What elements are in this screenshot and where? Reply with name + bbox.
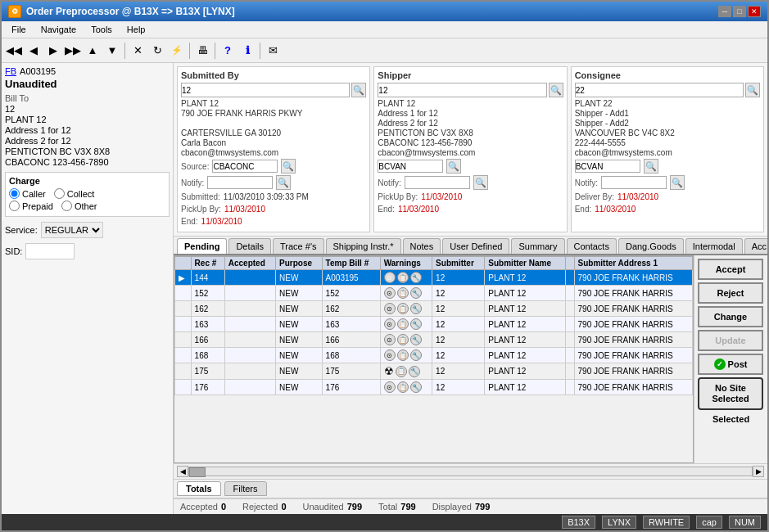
pickup-value: 11/03/2010 bbox=[224, 205, 265, 214]
h-scrollbar[interactable] bbox=[188, 467, 753, 476]
table-row[interactable]: 166NEW166⊙📋🔧12PLANT 12790 JOE FRANK HARR… bbox=[175, 332, 693, 348]
tab-contacts[interactable]: Contacts bbox=[567, 238, 617, 254]
menu-navigate[interactable]: Navigate bbox=[34, 23, 83, 36]
consignee-input[interactable] bbox=[575, 83, 744, 97]
extra-cell bbox=[566, 270, 574, 286]
shipper-search-button[interactable]: 🔍 bbox=[549, 83, 563, 97]
tab-dang-goods[interactable]: Dang.Goods bbox=[618, 238, 684, 254]
right-panel: Submitted By 🔍 PLANT 12 790 JOE FRANK HA… bbox=[174, 63, 767, 514]
bottom-tab-filters[interactable]: Filters bbox=[224, 481, 267, 496]
col-extra[interactable] bbox=[566, 257, 574, 270]
bottom-tab-totals[interactable]: Totals bbox=[177, 481, 221, 496]
sort-down-button[interactable]: ▼ bbox=[103, 42, 121, 60]
consignee-notify-search-button[interactable]: 🔍 bbox=[670, 175, 685, 190]
tab-shipping[interactable]: Shipping Instr.* bbox=[326, 238, 401, 254]
update-button[interactable]: Update bbox=[698, 330, 763, 351]
consignee-search-button[interactable]: 🔍 bbox=[745, 83, 760, 97]
caller-radio[interactable]: Caller bbox=[9, 188, 46, 199]
collect-radio[interactable]: Collect bbox=[54, 188, 95, 199]
fb-link[interactable]: FB bbox=[5, 66, 16, 76]
submitted-by-input[interactable] bbox=[181, 83, 350, 97]
tab-user-defined[interactable]: User Defined bbox=[442, 238, 509, 254]
change-button[interactable]: Change bbox=[698, 306, 763, 327]
consignee-source-search-button[interactable]: 🔍 bbox=[644, 159, 658, 174]
col-name[interactable]: Submitter Name bbox=[485, 257, 566, 270]
scroll-right-button[interactable]: ▶ bbox=[753, 466, 764, 477]
close-button[interactable]: ✕ bbox=[748, 6, 761, 17]
col-rec[interactable]: Rec # bbox=[191, 257, 224, 270]
col-warnings[interactable]: Warnings bbox=[380, 257, 432, 270]
prepaid-radio[interactable]: Prepaid bbox=[9, 201, 53, 211]
submitted-by-search-button[interactable]: 🔍 bbox=[351, 83, 366, 97]
tab-pending[interactable]: Pending bbox=[177, 238, 227, 255]
nav-first-button[interactable]: ◀◀ bbox=[5, 42, 23, 60]
no-site-box[interactable]: No SiteSelected bbox=[698, 377, 763, 410]
submitter-cell: 12 bbox=[432, 317, 485, 332]
col-temp-bill[interactable]: Temp Bill # bbox=[322, 257, 380, 270]
unaudited-status: Unaudited 799 bbox=[303, 502, 363, 512]
menu-tools[interactable]: Tools bbox=[84, 23, 119, 36]
col-address[interactable]: Submitter Address 1 bbox=[574, 257, 692, 270]
email-button[interactable]: ✉ bbox=[264, 42, 282, 60]
table-row[interactable]: 163NEW163⊙📋🔧12PLANT 12790 JOE FRANK HARR… bbox=[175, 317, 693, 332]
accepted-cell bbox=[224, 286, 275, 301]
table-row[interactable]: 162NEW162⊙📋🔧12PLANT 12790 JOE FRANK HARR… bbox=[175, 301, 693, 317]
info-button[interactable]: ℹ bbox=[238, 42, 256, 60]
warnings-cell: ⊙📋🔧 bbox=[380, 317, 432, 332]
col-accepted[interactable]: Accepted bbox=[224, 257, 275, 270]
source-input[interactable] bbox=[212, 160, 278, 173]
notify-search-button[interactable]: 🔍 bbox=[276, 175, 291, 190]
scroll-left-button[interactable]: ◀ bbox=[177, 466, 188, 477]
nav-next-button[interactable]: ▶ bbox=[44, 42, 62, 60]
nav-prev-button[interactable]: ◀ bbox=[25, 42, 43, 60]
table-row[interactable]: 168NEW168⊙📋🔧12PLANT 12790 JOE FRANK HARR… bbox=[175, 348, 693, 363]
print-button[interactable]: 🖶 bbox=[193, 42, 211, 60]
other-radio[interactable]: Other bbox=[61, 201, 97, 211]
table-row[interactable]: ▶144NEWA003195⊙📋🔧12PLANT 12790 JOE FRANK… bbox=[175, 270, 693, 286]
table-row[interactable]: 152NEW152⊙📋🔧12PLANT 12790 JOE FRANK HARR… bbox=[175, 286, 693, 301]
tab-intermodal[interactable]: Intermodal bbox=[685, 238, 743, 254]
delete-button[interactable]: ✕ bbox=[129, 42, 147, 60]
source-search-button[interactable]: 🔍 bbox=[281, 159, 296, 174]
displayed-label: Displayed bbox=[432, 502, 472, 512]
table-row[interactable]: 176NEW176⊙📋🔧12PLANT 12790 JOE FRANK HARR… bbox=[175, 380, 693, 395]
menu-help[interactable]: Help bbox=[120, 23, 152, 36]
sid-input[interactable] bbox=[25, 243, 75, 259]
tab-notes[interactable]: Notes bbox=[403, 238, 441, 254]
lightning-button[interactable]: ⚡ bbox=[168, 42, 186, 60]
submitted-by-contact: Carla Bacon bbox=[181, 138, 366, 147]
consignee-source-input[interactable] bbox=[575, 160, 640, 173]
col-submitter[interactable]: Submitter bbox=[432, 257, 485, 270]
tab-summary[interactable]: Summary bbox=[511, 238, 564, 254]
horizontal-scroll: ◀ ▶ bbox=[174, 463, 767, 479]
tab-acc-chgs[interactable]: Acc Chgs bbox=[744, 238, 767, 254]
notify-input-sub[interactable] bbox=[207, 176, 273, 189]
menu-file[interactable]: File bbox=[5, 23, 33, 36]
help-question-button[interactable]: ? bbox=[219, 42, 237, 60]
consignee-notify-input[interactable] bbox=[601, 176, 667, 189]
service-select[interactable]: REGULAR bbox=[41, 222, 103, 238]
shipper-notify-search-button[interactable]: 🔍 bbox=[473, 175, 488, 190]
toolbar-separator-2 bbox=[189, 43, 190, 59]
maximize-button[interactable]: □ bbox=[733, 6, 746, 17]
displayed-value: 799 bbox=[475, 502, 490, 512]
refresh-button[interactable]: ↻ bbox=[148, 42, 166, 60]
col-purpose[interactable]: Purpose bbox=[276, 257, 323, 270]
shipper-input[interactable] bbox=[378, 83, 546, 97]
shipper-notify-input[interactable] bbox=[405, 176, 470, 189]
post-button[interactable]: ✓ Post bbox=[698, 354, 763, 375]
tab-details[interactable]: Details bbox=[228, 238, 271, 254]
submitter-cell: 12 bbox=[432, 363, 485, 380]
nav-last-button[interactable]: ▶▶ bbox=[64, 42, 82, 60]
reject-button[interactable]: Reject bbox=[698, 282, 763, 304]
main-window: ⚙ Order Preprocessor @ B13X => B13X [LYN… bbox=[0, 0, 769, 532]
table-row[interactable]: 175NEW175☢📋🔧12PLANT 12790 JOE FRANK HARR… bbox=[175, 363, 693, 380]
data-table-container[interactable]: Rec # Accepted Purpose Temp Bill # Warni… bbox=[174, 255, 694, 463]
tab-trace[interactable]: Trace #'s bbox=[273, 238, 323, 254]
submitter-name-cell: PLANT 12 bbox=[485, 286, 566, 301]
accept-button[interactable]: Accept bbox=[698, 259, 763, 280]
shipper-source-search-button[interactable]: 🔍 bbox=[446, 159, 461, 174]
sort-up-button[interactable]: ▲ bbox=[84, 42, 102, 60]
shipper-source-input[interactable] bbox=[378, 160, 443, 173]
minimize-button[interactable]: ─ bbox=[718, 6, 731, 17]
